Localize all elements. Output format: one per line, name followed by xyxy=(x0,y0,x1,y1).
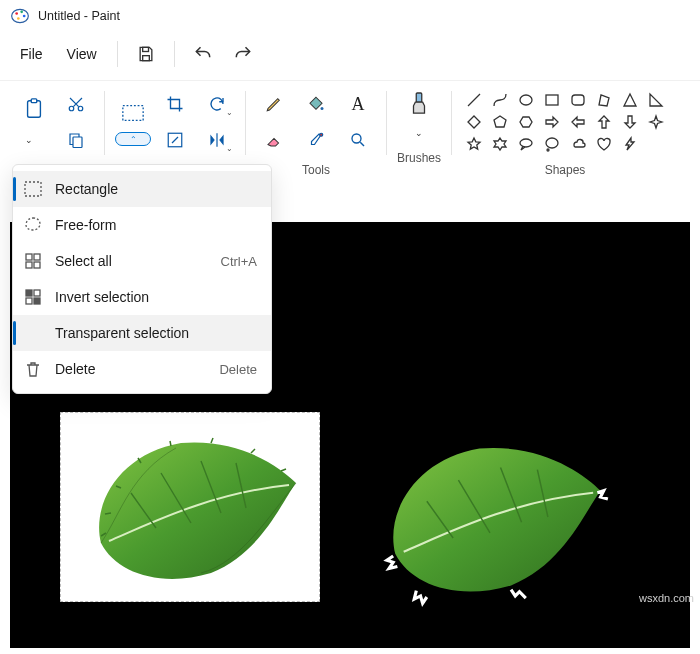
svg-point-0 xyxy=(12,9,29,22)
svg-rect-27 xyxy=(26,262,32,268)
ribbon-sep-2 xyxy=(245,91,246,155)
shape-polygon[interactable] xyxy=(594,91,614,109)
rectangle-select-icon xyxy=(23,179,43,199)
svg-point-16 xyxy=(352,134,361,143)
svg-rect-19 xyxy=(546,95,558,105)
shape-triangle[interactable] xyxy=(620,91,640,109)
redo-button[interactable] xyxy=(223,38,263,70)
shape-callout-rounded[interactable] xyxy=(516,135,536,153)
dd-transparent-label: Transparent selection xyxy=(55,325,189,341)
dd-select-all-shortcut: Ctrl+A xyxy=(221,254,257,269)
shape-curve[interactable] xyxy=(490,91,510,109)
dd-select-all[interactable]: Select all Ctrl+A xyxy=(13,243,271,279)
paint-app-icon xyxy=(10,6,30,26)
color-picker-tool[interactable] xyxy=(298,125,334,155)
shape-line[interactable] xyxy=(464,91,484,109)
shape-callout-cloud[interactable] xyxy=(568,135,588,153)
svg-rect-5 xyxy=(142,47,148,51)
copy-button[interactable] xyxy=(58,125,94,155)
shape-5star[interactable] xyxy=(464,135,484,153)
select-button[interactable] xyxy=(115,98,151,128)
tools-label: Tools xyxy=(302,163,330,177)
delete-icon xyxy=(23,359,43,379)
svg-rect-24 xyxy=(25,182,41,196)
paste-dropdown[interactable]: ⌄ xyxy=(16,130,42,150)
undo-button[interactable] xyxy=(183,38,223,70)
ribbon-group-brushes: ⌄ Brushes xyxy=(391,85,447,183)
dd-invert[interactable]: Invert selection xyxy=(13,279,271,315)
dd-select-all-label: Select all xyxy=(55,253,112,269)
shape-right-triangle[interactable] xyxy=(646,91,666,109)
shape-arrow-left[interactable] xyxy=(568,113,588,131)
dd-transparent[interactable]: Transparent selection xyxy=(13,315,271,351)
dd-invert-label: Invert selection xyxy=(55,289,149,305)
svg-rect-8 xyxy=(31,99,37,103)
freeform-select-icon xyxy=(23,215,43,235)
shape-rectangle[interactable] xyxy=(542,91,562,109)
text-tool[interactable]: A xyxy=(340,89,376,119)
shape-pentagon[interactable] xyxy=(490,113,510,131)
dd-rectangle[interactable]: Rectangle xyxy=(13,171,271,207)
svg-rect-32 xyxy=(34,298,40,304)
svg-rect-28 xyxy=(34,262,40,268)
menubar: File View xyxy=(0,32,700,80)
menu-file[interactable]: File xyxy=(8,38,55,70)
select-all-icon xyxy=(23,251,43,271)
paste-button[interactable] xyxy=(16,94,52,124)
brushes-label: Brushes xyxy=(397,151,441,165)
shape-6star[interactable] xyxy=(490,135,510,153)
menu-view[interactable]: View xyxy=(55,38,109,70)
eraser-tool[interactable] xyxy=(256,125,292,155)
dd-freeform[interactable]: Free-form xyxy=(13,207,271,243)
brushes-button[interactable] xyxy=(397,89,441,119)
shape-rounded-rect[interactable] xyxy=(568,91,588,109)
rotate-button[interactable]: ⌄ xyxy=(199,89,235,119)
magnifier-tool[interactable] xyxy=(340,125,376,155)
svg-rect-31 xyxy=(26,298,32,304)
shape-arrow-up[interactable] xyxy=(594,113,614,131)
svg-point-23 xyxy=(547,149,549,151)
shape-4star[interactable] xyxy=(646,113,666,131)
selection-marquee[interactable] xyxy=(60,412,320,602)
svg-rect-25 xyxy=(26,254,32,260)
shapes-label: Shapes xyxy=(545,163,586,177)
shape-lightning[interactable] xyxy=(620,135,640,153)
shape-arrow-down[interactable] xyxy=(620,113,640,131)
titlebar: Untitled - Paint xyxy=(0,0,700,32)
invert-selection-icon xyxy=(23,287,43,307)
svg-point-1 xyxy=(15,12,18,15)
pencil-tool[interactable] xyxy=(256,89,292,119)
dd-delete-label: Delete xyxy=(55,361,95,377)
crop-button[interactable] xyxy=(157,89,193,119)
cut-button[interactable] xyxy=(58,89,94,119)
ribbon-sep-4 xyxy=(451,91,452,155)
ribbon-group-shapes: Shapes xyxy=(456,85,674,183)
shape-callout-oval[interactable] xyxy=(542,135,562,153)
flip-button[interactable]: ⌄ xyxy=(199,125,235,155)
fill-tool[interactable] xyxy=(298,89,334,119)
shape-oval[interactable] xyxy=(516,91,536,109)
svg-point-10 xyxy=(78,106,83,111)
svg-rect-12 xyxy=(123,106,143,121)
leaf-image-transparent xyxy=(350,417,630,617)
svg-rect-17 xyxy=(416,93,422,102)
leaf-image-selected xyxy=(61,413,321,603)
shape-heart[interactable] xyxy=(594,135,614,153)
save-button[interactable] xyxy=(126,38,166,70)
menubar-divider-2 xyxy=(174,41,175,67)
svg-rect-11 xyxy=(73,137,82,148)
svg-point-14 xyxy=(321,107,324,110)
dd-delete[interactable]: Delete Delete xyxy=(13,351,271,387)
svg-rect-29 xyxy=(26,290,32,296)
shape-diamond[interactable] xyxy=(464,113,484,131)
shapes-grid xyxy=(462,89,668,155)
dd-freeform-label: Free-form xyxy=(55,217,116,233)
svg-point-22 xyxy=(546,138,558,148)
shape-hexagon[interactable] xyxy=(516,113,536,131)
select-dropdown[interactable]: ⌃ xyxy=(115,132,151,146)
brushes-dropdown[interactable]: ⌄ xyxy=(406,123,432,143)
shape-arrow-right[interactable] xyxy=(542,113,562,131)
resize-button[interactable] xyxy=(157,125,193,155)
svg-point-9 xyxy=(69,106,74,111)
svg-rect-20 xyxy=(572,95,584,105)
